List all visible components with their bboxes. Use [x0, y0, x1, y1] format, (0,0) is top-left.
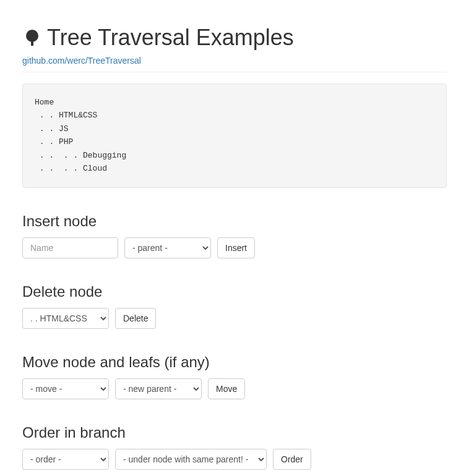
- delete-heading: Delete node: [22, 283, 447, 300]
- svg-rect-1: [31, 41, 33, 46]
- repo-link[interactable]: github.com/werc/TreeTraversal: [22, 56, 447, 66]
- order-select[interactable]: - order -: [22, 449, 109, 470]
- move-node-select[interactable]: - move -: [22, 378, 109, 399]
- move-newparent-select[interactable]: - new parent -: [115, 378, 202, 399]
- insert-heading: Insert node: [22, 213, 447, 230]
- insert-name-input[interactable]: [22, 237, 118, 258]
- order-under-select[interactable]: - under node with same parent! -: [115, 449, 267, 470]
- tree-icon: [22, 28, 42, 48]
- svg-point-0: [26, 30, 38, 42]
- tree-list: Home . . HTML&CSS . . JS . . PHP . . . .…: [35, 96, 434, 176]
- order-section: Order in branch - order - - under node w…: [22, 424, 447, 470]
- delete-button[interactable]: Delete: [115, 308, 156, 329]
- delete-section: Delete node . . HTML&CSS Delete: [22, 283, 447, 329]
- order-button[interactable]: Order: [273, 449, 311, 470]
- order-heading: Order in branch: [22, 424, 447, 441]
- move-heading: Move node and leafs (if any): [22, 354, 447, 371]
- tree-panel: Home . . HTML&CSS . . JS . . PHP . . . .…: [22, 83, 447, 188]
- insert-parent-select[interactable]: - parent -: [124, 237, 211, 258]
- move-section: Move node and leafs (if any) - move - - …: [22, 354, 447, 399]
- page-title-text: Tree Traversal Examples: [47, 25, 294, 51]
- delete-select[interactable]: . . HTML&CSS: [22, 308, 109, 329]
- page-title: Tree Traversal Examples: [22, 25, 447, 51]
- insert-section: Insert node - parent - Insert: [22, 213, 447, 258]
- divider: [22, 72, 447, 72]
- move-button[interactable]: Move: [208, 378, 245, 399]
- insert-button[interactable]: Insert: [217, 237, 255, 258]
